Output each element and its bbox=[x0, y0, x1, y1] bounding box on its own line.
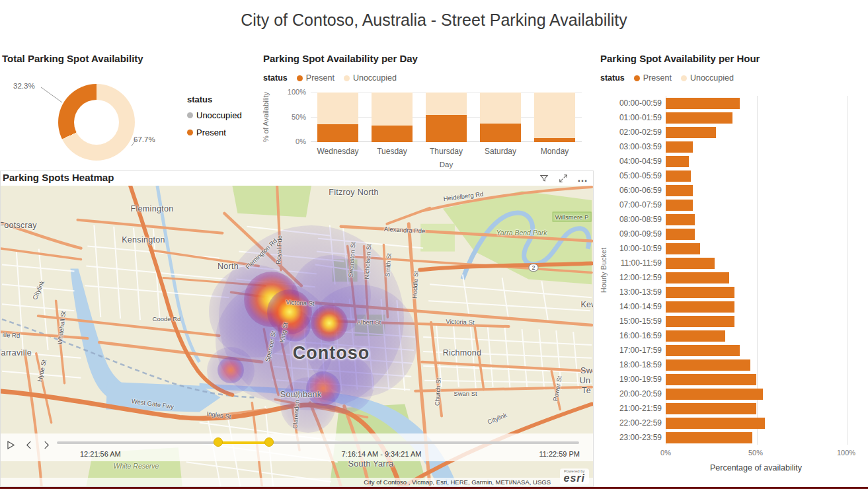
timeline-start-label: 12:21:56 AM bbox=[80, 450, 121, 458]
hour-axis-label: 06:00-06:59 bbox=[613, 186, 666, 195]
hour-bar-track bbox=[666, 418, 846, 429]
hour-bar-track bbox=[666, 345, 846, 356]
hour-bar[interactable] bbox=[666, 374, 756, 385]
slider-track[interactable] bbox=[57, 441, 579, 444]
day-xlabels: WednesdayTuesdayThursdaySaturdayMonday bbox=[311, 147, 582, 156]
hour-bar[interactable] bbox=[666, 229, 695, 240]
hour-bar-track bbox=[666, 243, 846, 254]
hour-row: 20:00-20:59 bbox=[613, 387, 846, 401]
hour-bar[interactable] bbox=[666, 316, 734, 327]
more-options-icon[interactable]: … bbox=[577, 173, 588, 184]
day-bar[interactable] bbox=[528, 93, 582, 142]
legend-item[interactable]: Unoccupied bbox=[344, 73, 397, 83]
present-segment[interactable] bbox=[480, 124, 521, 142]
per-hour-chart-panel: Parking Spot Availability per Hour statu… bbox=[598, 50, 868, 487]
hour-bar[interactable] bbox=[666, 98, 740, 109]
hour-bar[interactable] bbox=[666, 272, 729, 283]
timeline-controls bbox=[5, 439, 52, 451]
hour-row: 00:00-00:59 bbox=[613, 96, 846, 110]
hour-axis-label: 07:00-07:59 bbox=[613, 200, 666, 209]
hour-bar[interactable] bbox=[666, 127, 716, 138]
hour-bar[interactable] bbox=[666, 170, 691, 182]
slider-handle-start[interactable] bbox=[214, 437, 223, 447]
slider-handle-end[interactable] bbox=[264, 437, 274, 447]
hour-bar-track bbox=[666, 127, 846, 138]
per-day-chart-title: Parking Spot Availability per Day bbox=[263, 53, 418, 64]
hour-axis-label: 05:00-05:59 bbox=[613, 171, 666, 180]
hour-bar[interactable] bbox=[666, 330, 725, 342]
hour-bar-track bbox=[666, 200, 846, 211]
per-day-chart-panel: Parking Spot Availability per Day status… bbox=[261, 50, 586, 170]
donut-label-present: 32.3% bbox=[13, 82, 35, 90]
hour-bar[interactable] bbox=[666, 214, 695, 225]
unoccupied-segment[interactable] bbox=[534, 93, 575, 138]
unoccupied-segment[interactable] bbox=[480, 93, 521, 124]
legend-item[interactable]: Present bbox=[634, 73, 672, 83]
hour-bar[interactable] bbox=[666, 185, 693, 196]
heat-blob bbox=[207, 347, 255, 395]
y-tick: 0% bbox=[268, 137, 306, 145]
present-segment[interactable] bbox=[317, 124, 358, 142]
day-bar[interactable] bbox=[365, 93, 419, 142]
day-bar[interactable] bbox=[473, 93, 528, 142]
previous-icon[interactable] bbox=[22, 439, 34, 451]
legend-item[interactable]: Present bbox=[297, 73, 335, 83]
hour-row: 21:00-21:59 bbox=[613, 401, 846, 416]
legend-swatch bbox=[344, 75, 350, 81]
hour-bar[interactable] bbox=[666, 403, 756, 414]
present-segment[interactable] bbox=[372, 126, 413, 142]
present-segment[interactable] bbox=[426, 115, 467, 142]
play-icon[interactable] bbox=[5, 439, 17, 451]
heat-blob bbox=[217, 357, 244, 383]
hour-bar[interactable] bbox=[666, 258, 715, 269]
day-bar[interactable] bbox=[419, 93, 473, 142]
unoccupied-segment[interactable] bbox=[426, 93, 467, 115]
legend-item[interactable]: Present bbox=[187, 128, 242, 137]
hour-row: 14:00-14:59 bbox=[613, 299, 846, 314]
hour-bar[interactable] bbox=[666, 141, 693, 153]
per-day-legend: status PresentUnoccupied bbox=[263, 73, 397, 83]
hour-bar-track bbox=[666, 141, 846, 153]
hour-bar[interactable] bbox=[666, 287, 734, 298]
next-icon[interactable] bbox=[40, 439, 52, 451]
focus-mode-icon[interactable] bbox=[558, 173, 569, 184]
donut-chart[interactable] bbox=[58, 84, 135, 161]
hour-bar[interactable] bbox=[666, 301, 734, 313]
hour-axis-label: 08:00-08:59 bbox=[613, 215, 666, 224]
hour-bar[interactable] bbox=[666, 200, 693, 211]
heatmap-title: Parking Spots Heatmap bbox=[3, 172, 114, 183]
hour-bar[interactable] bbox=[666, 243, 700, 254]
hour-rows: 00:00-00:5901:00-01:5902:00-02:5903:00-0… bbox=[613, 96, 846, 445]
day-bar[interactable] bbox=[311, 93, 365, 142]
slider-selected-range[interactable] bbox=[217, 441, 268, 444]
hour-bar[interactable] bbox=[666, 389, 763, 400]
hour-bar[interactable] bbox=[666, 359, 750, 371]
legend-items: UnoccupiedPresent bbox=[187, 110, 242, 137]
legend-item[interactable]: Unoccupied bbox=[681, 73, 734, 83]
present-segment[interactable] bbox=[534, 138, 575, 142]
hour-row: 07:00-07:59 bbox=[613, 198, 846, 212]
unoccupied-segment[interactable] bbox=[372, 93, 413, 126]
hour-bar[interactable] bbox=[666, 432, 752, 443]
legend-item[interactable]: Unoccupied bbox=[187, 110, 242, 120]
legend-label: Unoccupied bbox=[353, 73, 397, 83]
hour-row: 04:00-04:59 bbox=[613, 154, 846, 169]
heatmap-panel: Parking Spots Heatmap … bbox=[0, 170, 594, 487]
hour-row: 18:00-18:59 bbox=[613, 357, 846, 372]
day-bars bbox=[311, 93, 582, 142]
filter-icon[interactable] bbox=[539, 173, 549, 184]
hour-bar[interactable] bbox=[666, 418, 765, 429]
hour-axis-label: 17:00-17:59 bbox=[613, 346, 666, 355]
hour-axis-label: 22:00-22:59 bbox=[613, 418, 666, 428]
hour-axis-label: 14:00-14:59 bbox=[613, 302, 666, 311]
hour-bar-track bbox=[666, 229, 846, 240]
x-tick: 100% bbox=[837, 449, 855, 457]
legend-label: Present bbox=[196, 128, 226, 137]
hour-axis-label: 21:00-21:59 bbox=[613, 404, 666, 413]
unoccupied-segment[interactable] bbox=[317, 93, 358, 124]
hour-bar-track bbox=[666, 359, 846, 371]
hour-bar[interactable] bbox=[666, 156, 689, 167]
hour-bar[interactable] bbox=[666, 112, 732, 124]
legend-swatch bbox=[187, 130, 193, 135]
hour-bar[interactable] bbox=[666, 345, 740, 356]
